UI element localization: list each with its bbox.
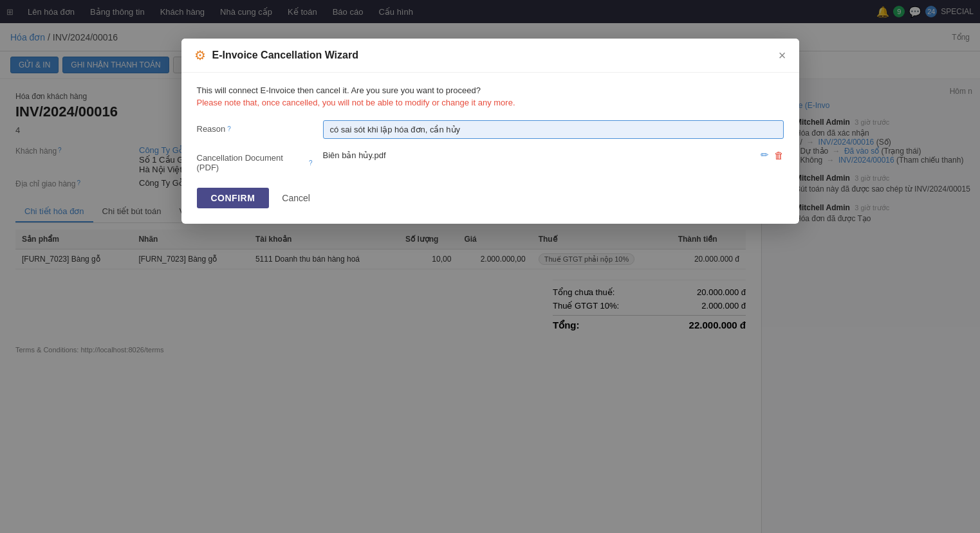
- modal-close-button[interactable]: ×: [779, 49, 786, 62]
- edit-file-icon[interactable]: ✏: [761, 149, 769, 161]
- doc-tooltip: ?: [309, 159, 313, 167]
- modal: ⚙ E-Invoice Cancellation Wizard × This w…: [181, 39, 799, 224]
- doc-control: Biên bản hủy.pdf ✏ 🗑: [323, 149, 784, 161]
- reason-input[interactable]: [323, 120, 784, 139]
- doc-row: Cancellation Document (PDF) ? Biên bản h…: [197, 149, 784, 172]
- reason-row: Reason ?: [197, 120, 784, 139]
- modal-warning: Please note that, once cancelled, you wi…: [197, 98, 784, 107]
- delete-file-icon[interactable]: 🗑: [774, 150, 784, 161]
- file-name: Biên bản hủy.pdf: [323, 150, 755, 160]
- modal-footer: CONFIRM Cancel: [197, 188, 784, 208]
- modal-title: E-Invoice Cancellation Wizard: [212, 50, 772, 61]
- modal-header: ⚙ E-Invoice Cancellation Wizard ×: [181, 39, 799, 73]
- modal-notice: This will connect E-Invoice then cancel …: [197, 86, 784, 95]
- reason-label: Reason ?: [197, 120, 313, 134]
- modal-body: This will connect E-Invoice then cancel …: [181, 73, 799, 224]
- reason-tooltip: ?: [227, 125, 231, 132]
- file-row: Biên bản hủy.pdf ✏ 🗑: [323, 149, 784, 161]
- reason-control: [323, 120, 784, 139]
- cancel-button[interactable]: Cancel: [275, 188, 317, 208]
- doc-label: Cancellation Document (PDF) ?: [197, 149, 313, 172]
- confirm-button[interactable]: CONFIRM: [197, 188, 270, 208]
- wizard-icon: ⚙: [194, 48, 206, 63]
- modal-overlay[interactable]: ⚙ E-Invoice Cancellation Wizard × This w…: [0, 0, 980, 533]
